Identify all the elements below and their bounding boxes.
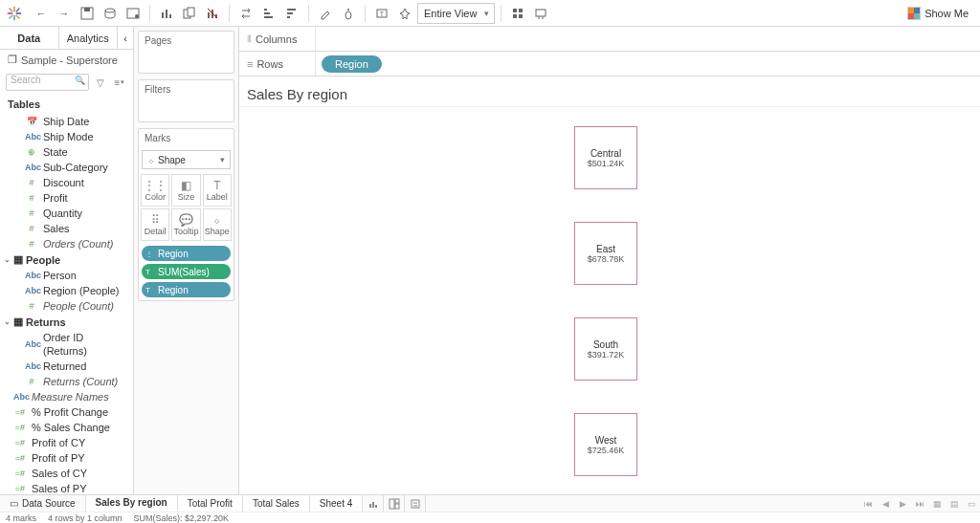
region-name-label: South: [593, 339, 618, 350]
field-item[interactable]: =#Sales of CY: [0, 466, 133, 481]
tabs-button[interactable]: ▭: [963, 495, 980, 512]
tab-data[interactable]: Data: [0, 27, 59, 49]
pin-button[interactable]: [394, 3, 415, 24]
text-field-icon: Abc: [13, 390, 27, 403]
rows-shelf[interactable]: ≡Rows Region: [239, 52, 980, 76]
filters-shelf[interactable]: Filters: [138, 79, 234, 122]
mark-glyph-icon: ⋮⋮: [144, 179, 167, 192]
field-item[interactable]: =#Sales of PY: [0, 481, 133, 494]
search-input[interactable]: Search: [6, 74, 89, 91]
mark-color-button[interactable]: ⋮⋮Color: [141, 174, 169, 207]
view-fields-icon[interactable]: ≡: [112, 75, 127, 90]
field-item[interactable]: AbcOrder ID (Returns): [0, 330, 133, 359]
field-item[interactable]: #Discount: [0, 175, 133, 190]
field-item[interactable]: AbcRegion (People): [0, 283, 133, 298]
field-item[interactable]: #Orders (Count): [0, 236, 133, 251]
duplicate-button[interactable]: [179, 3, 200, 24]
field-item[interactable]: AbcMeasure Names: [0, 389, 133, 404]
field-item[interactable]: =#% Sales Change: [0, 420, 133, 435]
highlight-button[interactable]: [315, 3, 336, 24]
region-value-label: $678.78K: [588, 254, 625, 264]
pill-region[interactable]: TRegion: [142, 282, 231, 297]
region-mark-central[interactable]: Central$501.24K: [574, 126, 637, 189]
new-worksheet-button[interactable]: [156, 3, 177, 24]
field-item[interactable]: #Profit: [0, 190, 133, 206]
field-item[interactable]: #Returns (Count): [0, 374, 133, 389]
field-item[interactable]: AbcReturned: [0, 359, 133, 374]
columns-shelf[interactable]: ⦀Columns: [239, 27, 980, 52]
field-item[interactable]: =#% Profit Change: [0, 404, 133, 420]
sort-desc-button[interactable]: [281, 3, 302, 24]
field-item[interactable]: #Sales: [0, 221, 133, 236]
sheet-tab[interactable]: Total Sales: [243, 495, 310, 512]
filmstrip-button[interactable]: ▤: [946, 495, 963, 512]
field-item[interactable]: ⊕State: [0, 144, 133, 160]
new-datasource-button[interactable]: [100, 3, 121, 24]
field-item[interactable]: #Quantity: [0, 206, 133, 221]
mark-shape-button[interactable]: ⬦Shape: [203, 208, 232, 241]
collapse-data-pane-icon[interactable]: ‹: [118, 27, 133, 49]
pill-region[interactable]: ⋮Region: [142, 246, 231, 261]
region-mark-east[interactable]: East$678.78K: [574, 222, 637, 285]
region-mark-south[interactable]: South$391.72K: [574, 317, 637, 381]
datasource-item[interactable]: ❐ Sample - Superstore: [0, 50, 133, 70]
svg-rect-18: [208, 12, 210, 18]
field-item[interactable]: =#Profit of PY: [0, 450, 133, 466]
sheet-sorter-button[interactable]: ▦: [928, 495, 946, 512]
sheet-tab[interactable]: Total Profit: [178, 495, 243, 512]
viz-area[interactable]: Central$501.24KEast$678.78KSouth$391.72K…: [239, 107, 980, 494]
last-sheet-button[interactable]: ⏭: [911, 495, 928, 512]
pages-shelf[interactable]: Pages: [138, 31, 234, 74]
forward-button[interactable]: →: [54, 3, 75, 24]
svg-rect-45: [412, 500, 419, 508]
field-item[interactable]: AbcPerson: [0, 268, 133, 283]
prev-sheet-button[interactable]: ◀: [877, 495, 894, 512]
back-button[interactable]: ←: [31, 3, 52, 24]
new-sheet-button[interactable]: [363, 495, 384, 512]
sheet-tab[interactable]: Sales By region: [86, 495, 178, 512]
mark-glyph-icon: ⬦: [213, 213, 220, 227]
tab-analytics[interactable]: Analytics: [59, 27, 119, 49]
next-sheet-button[interactable]: ▶: [894, 495, 911, 512]
shelves-pane: Pages Filters Marks ⬦Shape ⋮⋮Color◧SizeT…: [134, 27, 239, 494]
sort-asc-button[interactable]: [258, 3, 279, 24]
folder-returns[interactable]: ⌄▦Returns: [0, 314, 133, 330]
save-button[interactable]: [77, 3, 98, 24]
mark-detail-button[interactable]: ⠿Detail: [141, 208, 169, 241]
field-item[interactable]: AbcShip Mode: [0, 129, 133, 144]
group-button[interactable]: [338, 3, 359, 24]
first-sheet-button[interactable]: ⏮: [859, 495, 877, 512]
field-item[interactable]: #People (Count): [0, 298, 133, 314]
new-dashboard-button[interactable]: [384, 495, 405, 512]
region-value-label: $391.72K: [588, 350, 625, 360]
new-story-button[interactable]: [405, 495, 426, 512]
datasource-tab[interactable]: ▭ Data Source: [0, 495, 86, 512]
sheet-tab[interactable]: Sheet 4: [310, 495, 363, 512]
pill-sumsales[interactable]: TSUM(Sales): [142, 264, 231, 279]
svg-point-29: [347, 9, 349, 11]
show-cards-button[interactable]: [507, 3, 528, 24]
presentation-button[interactable]: [530, 3, 551, 24]
mark-type-select[interactable]: ⬦Shape: [142, 150, 231, 169]
pause-button[interactable]: [122, 3, 144, 24]
marks-card: Marks ⬦Shape ⋮⋮Color◧SizeTLabel⠿Detail💬T…: [138, 128, 234, 301]
viz-title[interactable]: Sales By region: [239, 76, 980, 107]
field-item[interactable]: =#Profit of CY: [0, 435, 133, 450]
field-item[interactable]: 📅Ship Date: [0, 114, 133, 129]
field-label: Quantity: [43, 207, 82, 220]
fit-view-select[interactable]: Entire View: [417, 3, 495, 24]
show-me-button[interactable]: Show Me: [902, 5, 974, 22]
folder-people[interactable]: ⌄▦People: [0, 251, 133, 268]
rows-pill-region[interactable]: Region: [322, 55, 382, 73]
swap-button[interactable]: [235, 3, 256, 24]
filter-fields-icon[interactable]: ▽: [93, 75, 108, 90]
labels-button[interactable]: T: [371, 3, 392, 24]
mark-glyph-icon: ⠿: [151, 213, 160, 227]
clear-button[interactable]: [202, 3, 223, 24]
field-item[interactable]: AbcSub-Category: [0, 160, 133, 175]
mark-tooltip-button[interactable]: 💬Tooltip: [171, 208, 200, 241]
region-mark-west[interactable]: West$725.46K: [574, 413, 637, 476]
mark-label-button[interactable]: TLabel: [203, 174, 232, 207]
number-field-icon: #: [25, 207, 38, 220]
mark-size-button[interactable]: ◧Size: [171, 174, 200, 207]
